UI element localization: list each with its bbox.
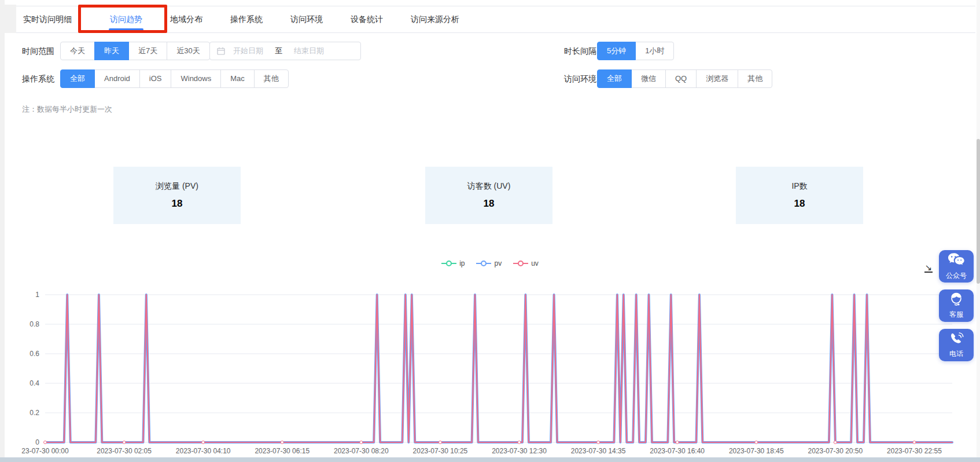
trend-line-chart[interactable] <box>0 243 980 462</box>
env-wechat-button[interactable]: 微信 <box>631 69 666 88</box>
env-group: 全部 微信 QQ 浏览器 其他 <box>597 69 772 88</box>
date-separator: 至 <box>275 46 282 56</box>
tab-visit-environment[interactable]: 访问环境 <box>289 6 324 32</box>
floating-button-label: 电话 <box>949 349 963 359</box>
stat-value: 18 <box>484 198 495 210</box>
interval-group: 5分钟 1小时 <box>597 42 674 60</box>
stat-card-pv: 浏览量 (PV) 18 <box>113 167 241 224</box>
floating-button-stack: 公众号 客服 电话 <box>939 250 974 361</box>
tab-region-distribution[interactable]: 地域分布 <box>169 6 204 32</box>
env-browser-button[interactable]: 浏览器 <box>696 69 738 88</box>
phone-button[interactable]: 电话 <box>939 329 974 361</box>
chart-legend: ip pv uv <box>0 259 980 267</box>
phone-icon <box>949 332 964 348</box>
interval-1hour-button[interactable]: 1小时 <box>635 42 674 60</box>
legend-marker-icon <box>513 261 528 266</box>
time-range-today-button[interactable]: 今天 <box>60 42 95 60</box>
customer-service-icon <box>949 292 964 309</box>
interval-5min-button[interactable]: 5分钟 <box>597 42 636 60</box>
stat-value: 18 <box>794 198 805 210</box>
os-group: 全部 Android iOS Windows Mac 其他 <box>60 69 289 88</box>
os-windows-button[interactable]: Windows <box>171 69 221 88</box>
legend-item-ip[interactable]: ip <box>441 259 465 267</box>
legend-marker-icon <box>441 261 456 266</box>
tab-visit-trend[interactable]: 访问趋势 <box>109 6 143 32</box>
date-range-picker[interactable]: 开始日期 至 结束日期 <box>209 42 361 60</box>
os-android-button[interactable]: Android <box>94 69 140 88</box>
env-other-button[interactable]: 其他 <box>738 69 772 88</box>
y-axis-tick: 0.6 <box>12 350 39 358</box>
x-axis-tick: 2023-07-30 12:30 <box>485 447 554 455</box>
env-label: 访问环境 <box>564 69 596 88</box>
x-axis-tick: 2023-07-30 20:50 <box>801 447 870 455</box>
legend-label: uv <box>531 259 539 267</box>
x-axis-tick: 2023-07-30 14:35 <box>563 447 633 455</box>
env-qq-button[interactable]: QQ <box>665 69 697 88</box>
time-range-30days-button[interactable]: 近30天 <box>167 42 209 60</box>
tab-operating-system[interactable]: 操作系统 <box>229 6 264 32</box>
horizontal-scrollbar[interactable] <box>0 457 980 462</box>
legend-label: pv <box>494 259 502 267</box>
time-range-group: 今天 昨天 近7天 近30天 <box>60 42 210 60</box>
stat-card-uv: 访客数 (UV) 18 <box>425 167 552 224</box>
floating-button-label: 公众号 <box>946 271 967 281</box>
x-axis-tick: 2023-07-30 16:40 <box>643 447 712 455</box>
y-axis-tick: 1 <box>12 291 39 299</box>
wechat-icon <box>947 252 966 270</box>
x-axis-tick: 2023-07-30 22:55 <box>879 447 949 455</box>
y-axis-tick: 0 <box>12 438 39 446</box>
time-range-yesterday-button[interactable]: 昨天 <box>94 42 129 60</box>
official-account-button[interactable]: 公众号 <box>939 250 974 283</box>
time-range-label: 时间范围 <box>22 42 54 60</box>
os-other-button[interactable]: 其他 <box>254 69 289 88</box>
tab-bar: 实时访问明细 访问趋势 地域分布 操作系统 访问环境 设备统计 访问来源分析 <box>16 6 975 33</box>
env-all-button[interactable]: 全部 <box>597 69 632 88</box>
os-label: 操作系统 <box>22 69 54 88</box>
legend-item-pv[interactable]: pv <box>476 259 502 267</box>
tab-realtime-detail[interactable]: 实时访问明细 <box>22 6 73 32</box>
y-axis-tick: 0.8 <box>12 320 39 328</box>
x-axis-tick: 2023-07-30 06:15 <box>248 447 317 455</box>
end-date-input[interactable]: 结束日期 <box>294 46 324 56</box>
collapse-arrow-icon[interactable]: ↘ <box>923 263 934 273</box>
legend-marker-icon <box>476 261 491 266</box>
legend-item-uv[interactable]: uv <box>513 259 539 267</box>
interval-label: 时长间隔 <box>564 42 596 60</box>
time-range-7days-button[interactable]: 近7天 <box>128 42 167 60</box>
tab-device-stats[interactable]: 设备统计 <box>349 6 384 32</box>
analytics-dashboard: 实时访问明细 访问趋势 地域分布 操作系统 访问环境 设备统计 访问来源分析 时… <box>0 0 980 462</box>
y-axis-tick: 0.2 <box>12 409 39 417</box>
stat-value: 18 <box>172 198 183 210</box>
calendar-icon <box>217 47 225 55</box>
os-all-button[interactable]: 全部 <box>60 69 95 88</box>
floating-button-label: 客服 <box>949 310 963 320</box>
start-date-input[interactable]: 开始日期 <box>233 46 263 56</box>
x-axis-tick: 2023-07-30 10:25 <box>406 447 475 455</box>
x-axis-tick: 23-07-30 00:00 <box>10 447 80 455</box>
update-note: 注：数据每半小时更新一次 <box>22 104 112 115</box>
y-axis-tick: 0.4 <box>12 379 39 387</box>
customer-service-button[interactable]: 客服 <box>939 289 974 322</box>
os-ios-button[interactable]: iOS <box>139 69 172 88</box>
stat-card-ip: IP数 18 <box>736 167 863 224</box>
stat-title: 浏览量 (PV) <box>156 181 198 192</box>
x-axis-tick: 2023-07-30 04:10 <box>168 447 238 455</box>
os-mac-button[interactable]: Mac <box>220 69 255 88</box>
x-axis-tick: 2023-07-30 18:45 <box>721 447 791 455</box>
legend-label: ip <box>459 259 465 267</box>
tabbar-left-gutter <box>0 5 16 33</box>
tab-visit-source[interactable]: 访问来源分析 <box>410 6 460 32</box>
x-axis-tick: 2023-07-30 02:05 <box>90 447 159 455</box>
stat-title: 访客数 (UV) <box>467 181 511 192</box>
stat-title: IP数 <box>791 181 807 192</box>
x-axis-tick: 2023-07-30 08:20 <box>326 447 396 455</box>
